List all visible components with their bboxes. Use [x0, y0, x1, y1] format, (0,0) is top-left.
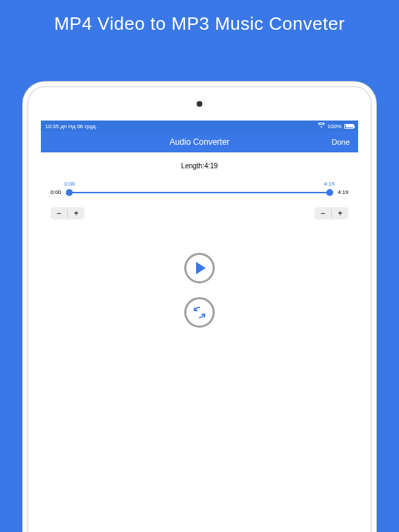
done-button[interactable]: Done — [332, 138, 350, 146]
ipad-frame: 10:35 дп Нд 06 груд. 100% Audio Converte… — [23, 82, 376, 532]
promo-title: MP4 Video to MP3 Music Conveter — [0, 0, 399, 45]
battery-pct: 100% — [328, 123, 342, 130]
start-plus-button[interactable]: + — [68, 207, 85, 220]
refresh-icon — [192, 305, 207, 320]
end-stepper: − + — [314, 207, 348, 220]
range-start: 0:00 — [51, 189, 62, 195]
play-button[interactable] — [184, 253, 215, 283]
end-minus-button[interactable]: − — [314, 207, 331, 220]
length-value: 4:19 — [204, 162, 218, 170]
ipad-screen: 10:35 дп Нд 06 груд. 100% Audio Converte… — [41, 121, 358, 532]
nav-title: Audio Converter — [170, 137, 230, 147]
refresh-button[interactable] — [184, 297, 215, 328]
big-buttons — [41, 253, 358, 328]
battery-icon — [344, 124, 354, 129]
status-right: 100% — [318, 123, 354, 130]
slider-track — [69, 192, 330, 193]
length-label: Length:4:19 — [41, 162, 358, 170]
end-handle[interactable] — [326, 189, 333, 196]
end-handle-label: 4:19 — [323, 181, 335, 187]
content: Length:4:19 0:00 4:19 0:00 4:19 − + — [41, 152, 358, 328]
wifi-icon — [318, 123, 325, 130]
stepper-row: − + − + — [41, 207, 358, 220]
nav-bar: Audio Converter Done — [41, 132, 358, 152]
camera-icon — [197, 101, 202, 107]
length-label-text: Length: — [181, 162, 204, 170]
status-bar: 10:35 дп Нд 06 груд. 100% — [41, 121, 358, 132]
start-minus-button[interactable]: − — [51, 207, 67, 220]
start-handle[interactable] — [66, 189, 73, 196]
status-date: Нд 06 груд. — [68, 123, 97, 130]
start-stepper: − + — [51, 207, 85, 220]
end-plus-button[interactable]: + — [332, 207, 348, 220]
status-time: 10:35 дп — [45, 123, 66, 130]
ipad-bezel: 10:35 дп Нд 06 груд. 100% Audio Converte… — [27, 86, 372, 532]
range-end: 4:19 — [337, 189, 348, 195]
status-left: 10:35 дп Нд 06 груд. — [45, 123, 97, 130]
start-handle-label: 0:00 — [64, 181, 76, 187]
play-icon — [196, 262, 206, 274]
trim-slider[interactable]: 0:00 4:19 0:00 4:19 — [41, 181, 358, 209]
